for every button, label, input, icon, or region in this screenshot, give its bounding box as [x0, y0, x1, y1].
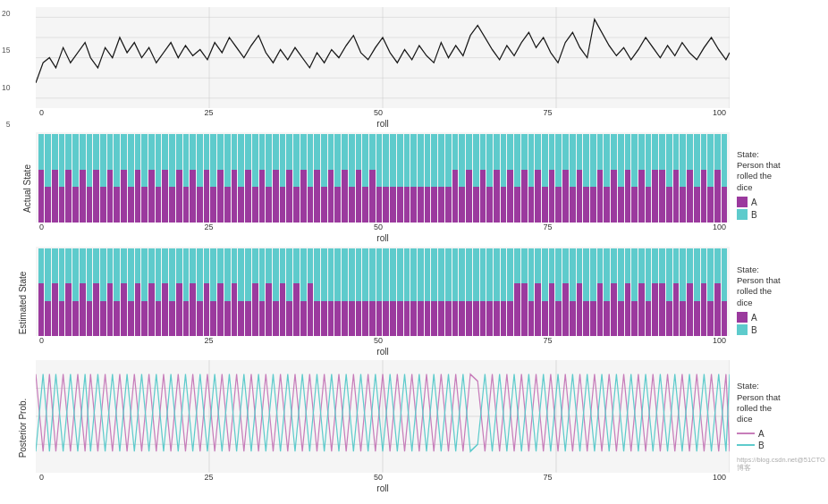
bar-seg-a	[625, 170, 631, 223]
bar-col	[286, 248, 292, 337]
bar-col	[52, 248, 58, 337]
bar-seg-b	[300, 248, 307, 301]
bar-col	[245, 134, 251, 223]
bar-col	[135, 134, 141, 223]
bar-seg-a	[369, 301, 376, 336]
bar-seg-b	[507, 248, 513, 301]
bar-seg-a	[390, 187, 396, 222]
bar-col	[659, 248, 665, 337]
bar-seg-b	[410, 248, 417, 301]
bar-seg-a	[631, 301, 638, 336]
bar-seg-b	[259, 248, 266, 301]
bar-seg-b	[266, 248, 272, 283]
bar-seg-b	[722, 248, 728, 301]
bar-seg-a	[308, 187, 314, 222]
bar-seg-b	[431, 248, 437, 301]
bar-seg-a	[618, 301, 624, 336]
bar-col	[190, 134, 196, 223]
bar-col	[162, 134, 168, 223]
bar-col	[183, 248, 190, 337]
bar-seg-a	[445, 301, 452, 336]
bar-col	[555, 134, 562, 223]
bar-seg-b	[425, 248, 431, 301]
bar-col	[611, 134, 617, 223]
bar-seg-a	[680, 301, 686, 336]
bar-seg-a	[473, 187, 479, 222]
bar-seg-b	[507, 134, 513, 169]
bar-seg-b	[680, 134, 686, 187]
bar-seg-a	[418, 187, 424, 222]
bar-seg-b	[673, 248, 680, 283]
bar-seg-b	[162, 248, 168, 283]
bar-col	[238, 248, 244, 337]
bar-seg-b	[293, 248, 300, 283]
bar-col	[480, 134, 486, 223]
bar-seg-a	[156, 187, 162, 222]
bar-seg-b	[217, 248, 224, 283]
bar-col	[232, 248, 238, 337]
bar-seg-b	[210, 134, 216, 187]
bar-seg-a	[356, 301, 362, 336]
bar-seg-b	[362, 248, 368, 301]
bar-seg-b	[480, 248, 486, 301]
bar-seg-b	[438, 134, 444, 187]
legend-actual-b: B	[737, 209, 821, 220]
bar-seg-b	[445, 248, 452, 301]
bar-seg-b	[528, 248, 535, 301]
bar-seg-a	[438, 187, 444, 222]
bar-seg-b	[514, 134, 520, 187]
bar-seg-a	[362, 301, 368, 336]
bar-col	[535, 248, 541, 337]
bar-seg-b	[169, 248, 175, 301]
bar-seg-a	[107, 170, 114, 223]
line-chart-panel: 20 15 10 5	[36, 7, 730, 130]
bar-seg-a	[652, 170, 658, 223]
line-chart-inner	[36, 7, 730, 108]
legend-label-b1: B	[751, 210, 757, 220]
legend-label-b3: B	[758, 441, 765, 450]
bar-seg-b	[80, 134, 86, 169]
bar-col	[562, 248, 569, 337]
bar-seg-a	[176, 170, 182, 223]
bar-col	[597, 248, 604, 337]
bar-seg-a	[514, 283, 520, 336]
bar-col	[646, 134, 652, 223]
bar-col	[562, 134, 569, 223]
bar-col	[156, 134, 162, 223]
bar-seg-b	[114, 248, 120, 301]
bar-seg-b	[321, 134, 327, 187]
bar-seg-a	[314, 170, 320, 223]
bar-seg-a	[597, 283, 604, 336]
bar-col	[93, 134, 99, 223]
bar-seg-b	[162, 134, 168, 169]
bar-seg-b	[638, 134, 645, 169]
bar-col	[694, 134, 700, 223]
bar-seg-b	[604, 134, 610, 187]
bar-seg-a	[273, 301, 279, 336]
bar-seg-b	[445, 134, 452, 187]
bar-seg-b	[646, 248, 652, 301]
bar-col	[597, 134, 604, 223]
bar-seg-a	[722, 301, 728, 336]
bar-seg-a	[376, 301, 383, 336]
bar-seg-a	[38, 283, 45, 336]
bar-col	[501, 248, 507, 337]
bar-seg-a	[190, 170, 196, 223]
bar-seg-b	[376, 248, 383, 301]
bar-seg-b	[528, 134, 535, 187]
bar-col	[397, 248, 403, 337]
bar-col	[638, 134, 645, 223]
bar-col	[224, 134, 231, 223]
bar-col	[687, 248, 693, 337]
bar-seg-a	[646, 301, 652, 336]
bar-seg-b	[694, 134, 700, 187]
bar-seg-b	[183, 248, 190, 301]
bar-seg-b	[570, 248, 576, 301]
bar-seg-a	[659, 283, 665, 336]
bar-col	[162, 248, 168, 337]
bar-seg-b	[438, 248, 444, 301]
bar-col	[383, 134, 389, 223]
bar-seg-a	[480, 301, 486, 336]
bar-seg-b	[687, 248, 693, 283]
bar-seg-b	[45, 134, 51, 187]
